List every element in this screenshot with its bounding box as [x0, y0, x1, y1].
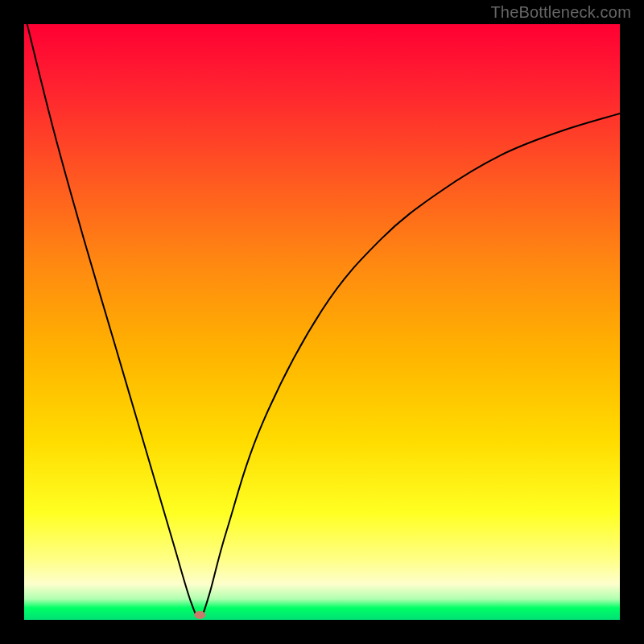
- bottleneck-curve: [27, 24, 620, 617]
- minimum-marker: [194, 611, 205, 619]
- curve-svg: [24, 24, 620, 620]
- chart-container: TheBottleneck.com: [0, 0, 644, 644]
- watermark-text: TheBottleneck.com: [490, 3, 631, 22]
- plot-area: [24, 24, 620, 620]
